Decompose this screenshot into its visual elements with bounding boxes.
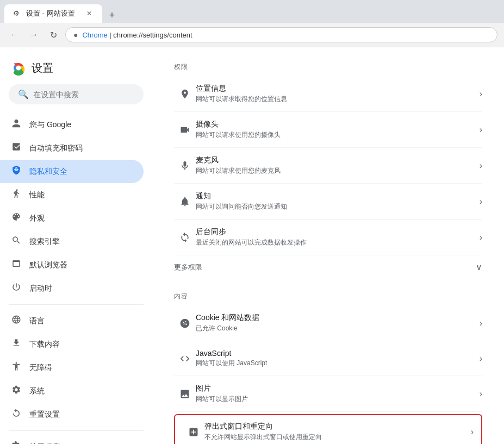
cookies-subtitle: 已允许 Cookie [196,324,480,333]
sidebar-item-label: 语言 [29,316,45,326]
sidebar-item-extensions[interactable]: 扩展程序 ↗ [0,435,144,444]
sidebar-item-label: 自动填充和密码 [29,143,83,153]
background-sync-item[interactable]: 后台同步 最近关闭的网站可以完成数据收发操作 › [174,220,482,255]
permissions-section-label: 权限 [174,62,482,72]
autofill-icon [11,142,22,154]
tab-favicon: ⚙ [13,9,22,18]
images-content: 图片 网站可以显示图片 [196,384,480,404]
javascript-item[interactable]: JavaScript 网站可以使用 JavaScript › [174,341,482,376]
javascript-title: JavaScript [196,349,480,358]
accessibility-icon [11,361,22,374]
tab-title: 设置 - 网站设置 [26,9,80,18]
notifications-item[interactable]: 通知 网站可以询问能否向您发送通知 › [174,184,482,220]
images-item[interactable]: 图片 网站可以显示图片 › [174,376,482,412]
location-content: 位置信息 网站可以请求取得您的位置信息 [196,84,480,104]
camera-icon [174,124,196,135]
performance-icon [11,189,22,201]
camera-subtitle: 网站可以请求使用您的摄像头 [196,130,480,140]
startup-icon [11,282,22,295]
notifications-content: 通知 网站可以询问能否向您发送通知 [196,191,480,211]
cookies-arrow: › [480,318,482,328]
main-content: 权限 位置信息 网站可以请求取得您的位置信息 › 摄像头 [152,47,504,444]
javascript-arrow: › [480,354,482,364]
forward-button[interactable]: → [26,27,41,42]
background-sync-content: 后台同步 最近关闭的网站可以完成数据收发操作 [196,227,480,247]
camera-content: 摄像头 网站可以请求使用您的摄像头 [196,120,480,140]
sidebar-item-system[interactable]: 系统 [0,379,144,403]
location-item[interactable]: 位置信息 网站可以请求取得您的位置信息 › [174,76,482,112]
sidebar-item-autofill[interactable]: 自动填充和密码 [0,136,144,160]
sidebar-item-google[interactable]: 您与 Google [0,113,144,136]
sidebar-item-startup[interactable]: 启动时 [0,277,144,300]
search-input[interactable] [33,90,134,99]
svg-point-7 [183,322,184,323]
search-icon: 🔍 [18,89,29,99]
sidebar-item-browser[interactable]: 默认浏览器 [0,253,144,277]
location-subtitle: 网站可以请求取得您的位置信息 [196,95,480,104]
sidebar-nav-3: 扩展程序 ↗ 关于 Chrome [0,435,152,444]
privacy-icon [11,165,22,178]
address-separator: | [108,31,114,39]
extensions-icon [11,441,22,444]
sidebar-item-label: 系统 [29,386,45,396]
more-permissions-section[interactable]: 更多权限 ∨ [174,255,482,279]
location-title: 位置信息 [196,84,480,93]
chrome-logo [11,60,26,76]
notifications-icon [174,196,196,207]
system-icon [11,385,22,397]
sidebar-item-search[interactable]: 搜索引擎 [0,230,144,253]
popups-title: 弹出式窗口和重定向 [204,422,471,432]
camera-title: 摄像头 [196,120,480,129]
notifications-title: 通知 [196,191,480,201]
sidebar-item-language[interactable]: 语言 [0,309,144,333]
notifications-subtitle: 网站可以询问能否向您发送通知 [196,202,480,211]
cookies-content: Cookie 和网站数据 已允许 Cookie [196,313,480,333]
svg-point-9 [185,323,187,325]
sidebar-item-label: 扩展程序 [29,442,60,445]
search-wrapper[interactable]: 🔍 [9,84,144,104]
microphone-arrow: › [480,161,482,171]
sidebar-item-reset[interactable]: 重置设置 [0,403,144,426]
sidebar-nav-2: 语言 下载内容 无障碍 [0,309,152,426]
address-brand: Chrome [82,31,107,39]
search-engine-icon [11,235,22,248]
settings-page: 设置 🔍 您与 Google [0,47,504,444]
sidebar-item-label: 默认浏览器 [29,260,67,270]
downloads-icon [11,338,22,351]
cookies-item[interactable]: Cookie 和网站数据 已允许 Cookie › [174,305,482,341]
sidebar-header: 设置 [0,56,152,84]
browser-icon [11,259,22,271]
sidebar-nav: 您与 Google 自动填充和密码 隐私和安全 [0,113,152,300]
sidebar-item-performance[interactable]: 性能 [0,183,144,207]
security-icon: ● [73,30,78,39]
sidebar-item-privacy[interactable]: 隐私和安全 [0,160,144,183]
microphone-title: 麦克风 [196,155,480,165]
svg-point-2 [16,66,21,71]
microphone-content: 麦克风 网站可以请求使用您的麦克风 [196,155,480,176]
sidebar-item-accessibility[interactable]: 无障碍 [0,356,144,379]
new-tab-button[interactable]: + [104,8,120,23]
address-bar[interactable]: ● Chrome | chrome://settings/content [65,27,497,42]
sidebar-item-downloads[interactable]: 下载内容 [0,333,144,356]
sidebar-item-appearance[interactable]: 外观 [0,207,144,230]
address-text: Chrome | chrome://settings/content [82,31,489,39]
tab-close-button[interactable]: ✕ [85,9,94,18]
reload-button[interactable]: ↻ [46,27,61,42]
content-section-label: 内容 [174,292,482,301]
back-button[interactable]: ← [7,27,22,42]
popups-item[interactable]: 弹出式窗口和重定向 不允许网站显示弹出式窗口或使用重定向 › [174,414,482,444]
browser-toolbar: ← → ↻ ● Chrome | chrome://settings/conte… [0,23,504,47]
notifications-arrow: › [480,197,482,207]
svg-point-11 [184,323,185,324]
microphone-item[interactable]: 麦克风 网站可以请求使用您的麦克风 › [174,148,482,184]
sidebar-item-label: 外观 [29,214,45,223]
popups-icon [183,427,204,437]
sidebar-item-label: 隐私和安全 [29,167,67,177]
location-arrow: › [480,89,482,99]
camera-item[interactable]: 摄像头 网站可以请求使用您的摄像头 › [174,112,482,148]
background-sync-subtitle: 最近关闭的网站可以完成数据收发操作 [196,238,480,247]
active-tab[interactable]: ⚙ 设置 - 网站设置 ✕ [4,4,102,23]
popups-content: 弹出式窗口和重定向 不允许网站显示弹出式窗口或使用重定向 [204,422,471,442]
sidebar-divider-1 [9,304,144,305]
images-icon [174,389,196,399]
